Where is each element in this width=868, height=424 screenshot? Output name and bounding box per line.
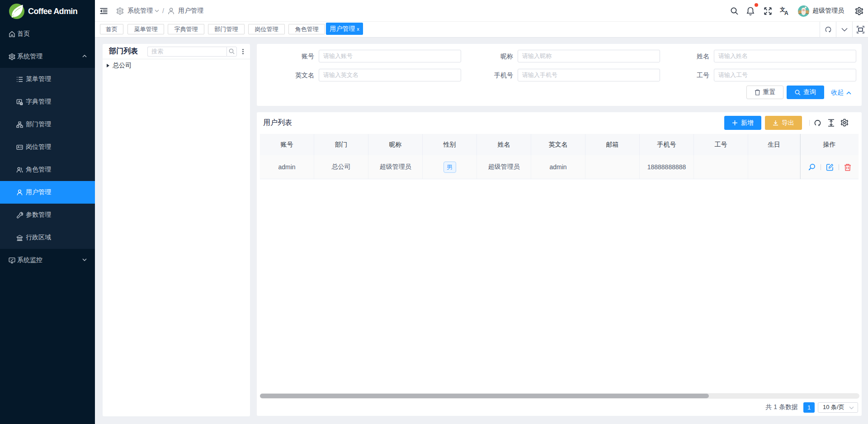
svg-text:A: A — [784, 10, 788, 15]
